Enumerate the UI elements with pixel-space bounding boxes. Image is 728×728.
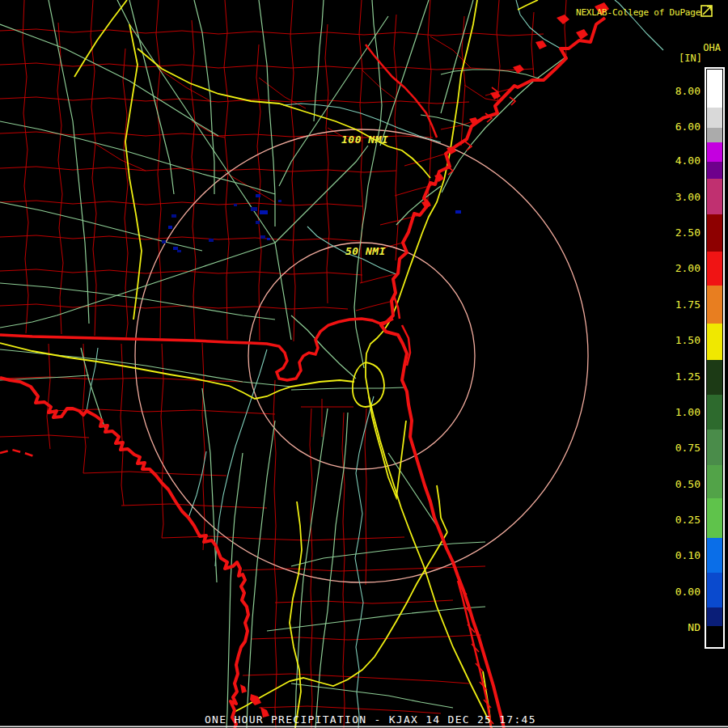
precip-cell bbox=[267, 238, 270, 240]
colorbar-segment bbox=[707, 252, 722, 286]
colorbar-segment bbox=[707, 108, 722, 128]
radar-map: 50 NMI100 NMI 8.006.004.003.002.502.001.… bbox=[0, 0, 728, 728]
colorbar-segment bbox=[707, 179, 722, 214]
colorbar-label: 1.75 bbox=[675, 298, 700, 311]
colorbar-segment bbox=[707, 360, 722, 395]
rivers bbox=[87, 0, 663, 728]
colorbar-label: 1.50 bbox=[675, 334, 700, 346]
cod-weather-logo-icon bbox=[701, 6, 712, 16]
colorbar-label: 0.50 bbox=[675, 478, 700, 490]
colorbar-segment bbox=[707, 286, 722, 324]
precip-cell bbox=[162, 240, 166, 243]
colorbar-segment bbox=[707, 214, 722, 252]
precip-cell bbox=[256, 221, 260, 224]
colorbar-segment bbox=[707, 498, 722, 538]
precip-cell bbox=[260, 210, 268, 214]
colorbar-segment bbox=[707, 573, 722, 607]
colorbar-units: [IN] bbox=[679, 53, 702, 64]
colorbar-label: 8.00 bbox=[675, 85, 700, 97]
precip-cell bbox=[209, 239, 214, 242]
precip-cell bbox=[173, 247, 178, 250]
precip-cell bbox=[260, 235, 265, 239]
range-ring-label: 50 NMI bbox=[345, 245, 386, 257]
colorbar-label: 1.25 bbox=[675, 370, 700, 383]
ga-fl-state-line bbox=[0, 319, 393, 380]
colorbar-label: 4.00 bbox=[675, 154, 700, 167]
gulf-coast bbox=[0, 378, 248, 728]
colorbar-segment bbox=[707, 70, 722, 108]
range-ring-label: 100 NMI bbox=[341, 133, 388, 146]
colorbar-label: 0.00 bbox=[675, 586, 700, 598]
precip-cell bbox=[177, 250, 181, 252]
colorbar-segment bbox=[707, 142, 722, 162]
roads bbox=[0, 0, 566, 728]
atlantic-coast bbox=[381, 18, 605, 728]
colorbar-segment bbox=[707, 430, 722, 465]
colorbar-label: 0.10 bbox=[675, 549, 700, 561]
colorbar-segment bbox=[707, 128, 722, 142]
precip-cell bbox=[171, 214, 176, 218]
colorbar-segment bbox=[707, 162, 722, 179]
precipitation-echoes bbox=[162, 194, 461, 252]
footer-product-text: ONE HOUR PRECIPITATION - KJAX 14 DEC 25 … bbox=[205, 713, 536, 726]
precip-cell bbox=[256, 194, 260, 197]
precip-cell bbox=[234, 204, 237, 206]
brand-text: NEXLAB-College of DuPage bbox=[576, 7, 700, 18]
colorbar-label: 0.25 bbox=[675, 514, 700, 526]
precip-colorbar: 8.006.004.003.002.502.001.751.501.251.00… bbox=[675, 68, 724, 648]
radar-display: 50 NMI100 NMI 8.006.004.003.002.502.001.… bbox=[0, 0, 728, 728]
lagoon-inner-line bbox=[458, 581, 491, 728]
colorbar-segment bbox=[707, 395, 722, 430]
colorbar-label: 2.50 bbox=[675, 226, 700, 239]
colorbar-label: 0.75 bbox=[675, 442, 700, 454]
highways bbox=[0, 0, 538, 728]
colorbar-segment bbox=[707, 626, 722, 645]
colorbar-segment bbox=[707, 324, 722, 360]
precip-cell bbox=[168, 226, 172, 229]
precip-cell bbox=[278, 200, 281, 202]
precip-cell bbox=[455, 210, 461, 214]
colorbar-label: ND bbox=[688, 621, 700, 633]
colorbar-label: 1.00 bbox=[675, 406, 700, 418]
range-ring-labels: 50 NMI100 NMI bbox=[341, 133, 388, 257]
colorbar-label: 2.00 bbox=[675, 262, 700, 274]
colorbar-segment bbox=[707, 538, 722, 573]
marsh-texture bbox=[447, 87, 515, 175]
precip-cell bbox=[251, 207, 257, 211]
savannah-river-thick bbox=[366, 44, 437, 138]
colorbar-segment bbox=[707, 607, 722, 626]
colorbar-title: OHA bbox=[703, 42, 721, 53]
footer-bottom-border bbox=[0, 726, 728, 728]
colorbar-label: 6.00 bbox=[675, 121, 700, 133]
colorbar-segment bbox=[707, 465, 722, 498]
colorbar-label: 3.00 bbox=[675, 191, 700, 203]
barrier-islands-west bbox=[0, 450, 36, 457]
